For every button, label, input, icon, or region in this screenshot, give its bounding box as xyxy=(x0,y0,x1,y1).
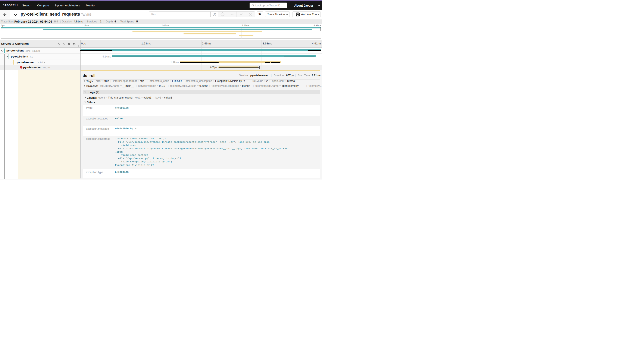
svg-text:?: ? xyxy=(214,13,215,16)
